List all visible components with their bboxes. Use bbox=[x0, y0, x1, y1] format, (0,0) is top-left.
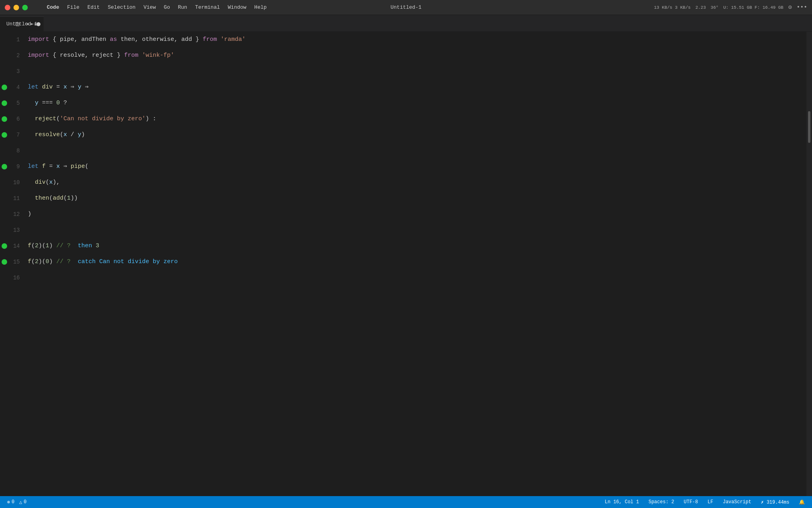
gutter-line-10: 10 bbox=[0, 175, 20, 190]
warning-number: 0 bbox=[24, 499, 27, 505]
titlebar-left: Code File Edit Selection View Go Run Ter… bbox=[5, 4, 654, 11]
split-editor-icon[interactable]: ⧉ bbox=[15, 21, 19, 28]
code-line-13 bbox=[28, 222, 806, 238]
breakpoint-6[interactable] bbox=[2, 116, 7, 122]
timing[interactable]: ✗ 319.44ms bbox=[759, 498, 791, 506]
gutter-line-6: 6 bbox=[0, 111, 20, 127]
menu-edit[interactable]: Edit bbox=[84, 4, 103, 11]
language-mode[interactable]: JavaScript bbox=[721, 498, 753, 506]
gutter-line-4: 4 bbox=[0, 79, 20, 95]
menu-run[interactable]: Run bbox=[175, 4, 190, 11]
code-line-10: div(x), bbox=[28, 175, 806, 190]
maximize-button[interactable] bbox=[22, 5, 28, 10]
gutter-line-1: 1 bbox=[0, 32, 20, 48]
statusbar: ⊗ 0 △ 0 Ln 16, Col 1 Spaces: 2 UTF-8 LF … bbox=[0, 496, 812, 508]
breakpoint-4[interactable] bbox=[2, 85, 7, 90]
breakpoint-15[interactable] bbox=[2, 259, 7, 265]
gutter-line-16: 16 bbox=[0, 270, 20, 286]
gutter-line-7: 7 bbox=[0, 127, 20, 143]
language-label: JavaScript bbox=[723, 499, 751, 505]
close-button[interactable] bbox=[5, 5, 10, 10]
gutter-line-13: 13 bbox=[0, 222, 20, 238]
scrollbar[interactable] bbox=[806, 32, 812, 496]
code-line-11: then(add(1)) bbox=[28, 190, 806, 206]
gutter-line-5: 5 bbox=[0, 95, 20, 111]
code-line-5: y === 0 ? bbox=[28, 95, 806, 111]
editor-tab-untitled[interactable]: Untitled-1 ⧉ ••• bbox=[0, 16, 44, 31]
traffic-lights bbox=[5, 5, 28, 10]
breakpoint-9[interactable] bbox=[2, 164, 7, 169]
cursor-position[interactable]: Ln 16, Col 1 bbox=[603, 498, 640, 506]
temperature: 36° bbox=[710, 5, 718, 10]
breakpoint-14[interactable] bbox=[2, 243, 7, 249]
notifications-icon[interactable]: 🔔 bbox=[797, 498, 806, 506]
warning-icon: △ bbox=[19, 499, 22, 505]
code-line-6: reject('Can not divide by zero') : bbox=[28, 111, 806, 127]
editor-tabs: Untitled-1 ⧉ ••• bbox=[0, 15, 812, 32]
position-label: Ln 16, Col 1 bbox=[605, 499, 639, 505]
network-status: 13 KB/s 3 KB/s bbox=[654, 5, 690, 10]
code-editor[interactable]: import { pipe, andThen as then, otherwis… bbox=[24, 32, 806, 496]
menu-code[interactable]: Code bbox=[44, 4, 62, 11]
code-line-14: f(2)(1) // ? then 3 bbox=[28, 238, 806, 254]
editor-container: 12345678910111213141516 import { pipe, a… bbox=[0, 32, 812, 496]
memory-status: U: 15.51 GB F: 16.49 GB bbox=[723, 5, 783, 10]
scrollbar-thumb[interactable] bbox=[808, 111, 810, 143]
code-line-9: let f = x ⇒ pipe( bbox=[28, 159, 806, 175]
gutter-line-3: 3 bbox=[0, 64, 20, 79]
spaces-label: Spaces: 2 bbox=[649, 499, 674, 505]
more-icon[interactable]: ••• bbox=[797, 4, 807, 11]
code-line-4: let div = x ⇒ y ⇒ bbox=[28, 79, 806, 95]
indentation[interactable]: Spaces: 2 bbox=[647, 498, 676, 506]
menu-terminal[interactable]: Terminal bbox=[192, 4, 223, 11]
gutter-line-14: 14 bbox=[0, 238, 20, 254]
menu-view[interactable]: View bbox=[140, 4, 159, 11]
line-gutter: 12345678910111213141516 bbox=[0, 32, 24, 496]
code-line-15: f(2)(0) // ? catch Can not divide by zer… bbox=[28, 254, 806, 270]
menu-help[interactable]: Help bbox=[251, 4, 270, 11]
code-line-16 bbox=[28, 270, 806, 286]
code-line-12: ) bbox=[28, 206, 806, 222]
code-line-1: import { pipe, andThen as then, otherwis… bbox=[28, 32, 806, 48]
code-line-7: resolve(x / y) bbox=[28, 127, 806, 143]
gutter-line-12: 12 bbox=[0, 206, 20, 222]
error-number: 0 bbox=[11, 499, 14, 505]
code-line-3 bbox=[28, 64, 806, 79]
gutter-line-2: 2 bbox=[0, 48, 20, 64]
titlebar: Code File Edit Selection View Go Run Ter… bbox=[0, 0, 812, 15]
gutter-line-8: 8 bbox=[0, 143, 20, 159]
timing-label: ✗ 319.44ms bbox=[761, 499, 789, 505]
error-count[interactable]: ⊗ 0 △ 0 bbox=[6, 498, 28, 506]
eol-label: LF bbox=[708, 499, 713, 505]
statusbar-right: Ln 16, Col 1 Spaces: 2 UTF-8 LF JavaScri… bbox=[603, 498, 806, 506]
encoding[interactable]: UTF-8 bbox=[682, 498, 700, 506]
statusbar-left: ⊗ 0 △ 0 bbox=[6, 498, 603, 506]
code-line-2: import { resolve, reject } from 'wink-fp… bbox=[28, 48, 806, 64]
more-actions-icon[interactable]: ••• bbox=[26, 21, 37, 28]
menu-go[interactable]: Go bbox=[161, 4, 173, 11]
gutter-line-9: 9 bbox=[0, 159, 20, 175]
gutter-line-15: 15 bbox=[0, 254, 20, 270]
menu-bar: Code File Edit Selection View Go Run Ter… bbox=[36, 4, 270, 11]
menu-file[interactable]: File bbox=[64, 4, 82, 11]
code-line-8 bbox=[28, 143, 806, 159]
breakpoint-7[interactable] bbox=[2, 132, 7, 138]
breakpoint-5[interactable] bbox=[2, 100, 7, 106]
gutter-line-11: 11 bbox=[0, 190, 20, 206]
titlebar-right: 13 KB/s 3 KB/s 2.23 36° U: 15.51 GB F: 1… bbox=[654, 4, 807, 11]
menu-apple[interactable] bbox=[36, 7, 42, 8]
eol[interactable]: LF bbox=[706, 498, 715, 506]
error-icon: ⊗ bbox=[7, 499, 10, 505]
battery-level: 2.23 bbox=[695, 5, 706, 10]
menu-window[interactable]: Window bbox=[225, 4, 250, 11]
wifi-icon: ⊙ bbox=[788, 4, 792, 11]
minimize-button[interactable] bbox=[13, 5, 19, 10]
encoding-label: UTF-8 bbox=[684, 499, 698, 505]
menu-selection[interactable]: Selection bbox=[105, 4, 139, 11]
window-title: Untitled-1 bbox=[391, 4, 421, 10]
